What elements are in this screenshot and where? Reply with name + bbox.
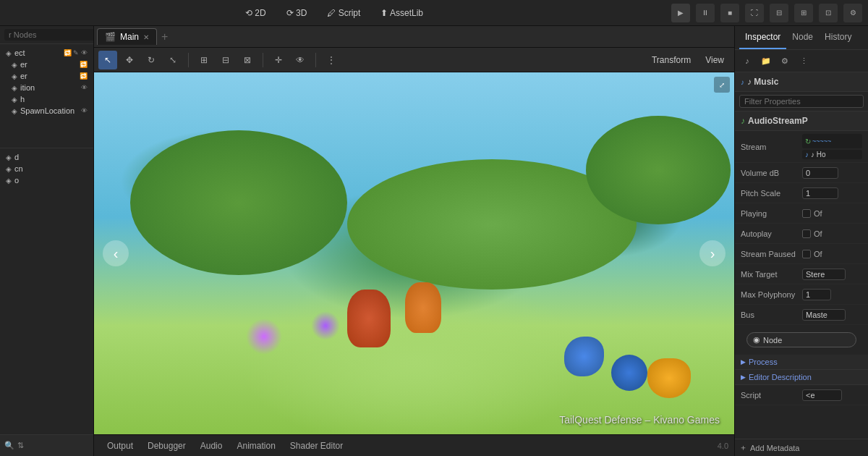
btn-assetlib[interactable]: ⬆ AssetLib xyxy=(376,6,427,20)
top-bar: ⟲ 2D ⟳ 3D 🖊 Script ⬆ AssetLib ▶ ⏸ ■ ⛶ ⊟ … xyxy=(0,0,868,26)
process-arrow-icon: ▶ xyxy=(741,358,746,366)
nav-arrow-left[interactable]: ‹ xyxy=(103,240,129,266)
step-button[interactable]: ⛶ xyxy=(745,4,764,22)
prop-stream-paused: Stream Paused Of xyxy=(735,244,868,264)
reload-icon[interactable]: ↻ xyxy=(805,138,811,145)
tab-animation[interactable]: Animation xyxy=(229,438,282,454)
node-label: er xyxy=(20,72,27,80)
stream-widget: ↻ ~~~~~ ♪ ♪ Ho xyxy=(802,134,862,159)
add-metadata-button[interactable]: ＋ Add Metadata xyxy=(739,442,800,453)
filter-input[interactable] xyxy=(739,95,864,108)
tab-icon: 🎬 xyxy=(105,32,116,42)
move-tool[interactable]: ✥ xyxy=(120,51,139,69)
stream-label: Stream xyxy=(741,143,802,151)
tab-close-button[interactable]: ✕ xyxy=(143,33,149,41)
pitch-scale-value xyxy=(802,187,862,199)
max-polyphony-input[interactable] xyxy=(802,289,831,300)
btn-script[interactable]: 🖊 Script xyxy=(323,6,365,20)
inspector-body: Stream ↻ ~~~~~ ♪ ♪ Ho xyxy=(735,131,868,439)
search-icon-bottom[interactable]: 🔍 xyxy=(4,441,14,450)
playing-checkbox[interactable] xyxy=(802,209,811,218)
insp-gear-btn[interactable]: ⚙ xyxy=(777,53,793,69)
version-label: 4.0 xyxy=(718,442,728,450)
list-item[interactable]: ◈ h xyxy=(0,93,93,105)
pitch-scale-input[interactable] xyxy=(802,187,838,199)
settings-button[interactable]: ⚙ xyxy=(843,4,862,22)
left-panel: 🔍 ⋮ ◈ ect 🔁 ✎ 👁 ◈ er 🔁 ◈ er 🔁 ◈ iti xyxy=(0,26,94,456)
section-editor-description[interactable]: ▶ Editor Description xyxy=(735,370,868,385)
playing-checkbox-label: Of xyxy=(814,209,822,218)
bus-input[interactable] xyxy=(802,309,846,321)
autoplay-checkbox[interactable] xyxy=(802,229,811,238)
play-button[interactable]: ▶ xyxy=(671,4,690,22)
bus-label: Bus xyxy=(741,311,802,319)
stop-button[interactable]: ■ xyxy=(720,4,739,22)
prop-pitch-scale: Pitch Scale xyxy=(735,183,868,203)
tab-node[interactable]: Node xyxy=(786,26,819,49)
layout-btn3[interactable]: ⊡ xyxy=(819,4,838,22)
more-options[interactable]: ⋮ xyxy=(322,51,341,69)
list-item[interactable]: ◈ cn xyxy=(0,163,93,174)
prop-volume-db: Volume dB xyxy=(735,163,868,183)
select-tool[interactable]: ↖ xyxy=(98,51,117,69)
view-btn[interactable]: View xyxy=(699,53,730,67)
editor-desc-label: Editor Description xyxy=(749,373,812,381)
tab-audio[interactable]: Audio xyxy=(193,438,230,454)
transform-btn[interactable]: Transform xyxy=(646,53,697,67)
prop-bus: Bus xyxy=(735,305,868,325)
list-item[interactable]: ◈ er 🔁 xyxy=(0,70,93,82)
section-process[interactable]: ▶ Process xyxy=(735,355,868,370)
pitch-scale-label: Pitch Scale xyxy=(741,189,802,198)
list-item[interactable]: ◈ ition 👁 xyxy=(0,82,93,93)
tab-inspector[interactable]: Inspector xyxy=(739,26,786,49)
stream-file[interactable]: ♪ ♪ Ho xyxy=(802,150,862,159)
fullscreen-button[interactable]: ⤢ xyxy=(714,77,730,93)
tab-shader-editor[interactable]: Shader Editor xyxy=(283,438,350,454)
local-global[interactable]: ⊠ xyxy=(238,51,257,69)
tab-debugger[interactable]: Debugger xyxy=(140,438,193,454)
list-item[interactable]: ◈ SpawnLocation 👁 xyxy=(0,105,93,117)
layout-btn2[interactable]: ⊞ xyxy=(794,4,813,22)
search-input[interactable] xyxy=(4,29,94,41)
eye-btn[interactable]: 👁 xyxy=(291,51,310,69)
insp-menu-btn[interactable]: ⋮ xyxy=(796,53,812,69)
snap2-tool[interactable]: ⊟ xyxy=(216,51,235,69)
center-btn[interactable]: ✛ xyxy=(269,51,288,69)
list-item[interactable]: ◈ er 🔁 xyxy=(0,59,93,70)
snap-tool[interactable]: ⊞ xyxy=(195,51,213,69)
rotate-tool[interactable]: ↻ xyxy=(142,51,161,69)
node-icon: ◈ xyxy=(12,107,17,115)
btn-2d[interactable]: ⟲ 2D xyxy=(241,6,271,20)
node-badges: 🔁 ✎ 👁 xyxy=(64,49,88,56)
tab-output[interactable]: Output xyxy=(100,438,140,454)
layout-btn1[interactable]: ⊟ xyxy=(770,4,788,22)
tab-add-button[interactable]: + xyxy=(157,30,172,43)
prop-mix-target: Mix Target xyxy=(735,264,868,284)
viewport: ‹ › ⤢ TailQuest Defense – Kivano Games xyxy=(94,72,734,434)
node-icon: ◈ xyxy=(6,177,12,185)
list-item[interactable]: ◈ d xyxy=(0,151,93,163)
autoplay-checkbox-label: Of xyxy=(814,229,822,238)
nav-arrow-right[interactable]: › xyxy=(699,240,726,266)
tabs-bar: 🎬 Main ✕ + xyxy=(94,26,734,48)
stream-paused-checkbox[interactable] xyxy=(802,250,811,258)
scale-tool[interactable]: ⤡ xyxy=(163,51,182,69)
filter-icon-bottom[interactable]: ⇅ xyxy=(17,441,24,450)
tab-main[interactable]: 🎬 Main ✕ xyxy=(97,28,157,45)
btn-3d[interactable]: ⟳ 3D xyxy=(282,6,312,20)
script-input[interactable] xyxy=(802,389,842,401)
volume-db-value xyxy=(802,167,862,179)
tab-history[interactable]: History xyxy=(819,26,857,49)
add-meta-label: Add Metadata xyxy=(750,444,800,452)
volume-db-input[interactable] xyxy=(802,167,838,179)
pause-button[interactable]: ⏸ xyxy=(696,4,715,22)
prop-script: Script xyxy=(735,385,868,405)
mix-target-input[interactable] xyxy=(802,269,846,280)
node-button[interactable]: ◉ Node xyxy=(746,332,856,347)
list-item[interactable]: ◈ o xyxy=(0,174,93,186)
game-credit: TailQuest Defense – Kivano Games xyxy=(559,414,720,426)
node-badges: 👁 xyxy=(81,84,88,91)
list-item[interactable]: ◈ ect 🔁 ✎ 👁 xyxy=(0,47,93,59)
insp-folder-btn[interactable]: 📁 xyxy=(758,53,774,69)
autoplay-value: Of xyxy=(802,229,862,238)
